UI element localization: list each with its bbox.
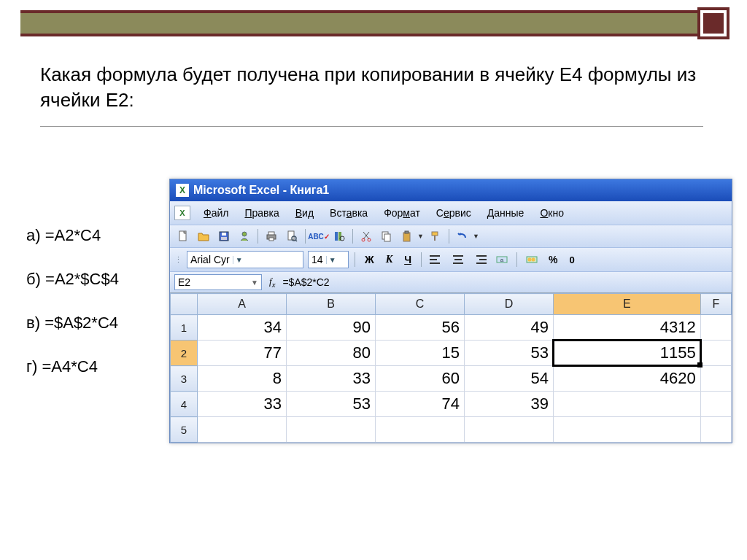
copy-button[interactable] <box>378 228 395 244</box>
cut-button[interactable] <box>357 228 375 244</box>
underline-button[interactable]: Ч <box>400 252 415 267</box>
column-header[interactable]: E <box>554 294 701 315</box>
row-header[interactable]: 2 <box>171 341 198 366</box>
save-button[interactable] <box>215 228 233 244</box>
italic-button[interactable]: К <box>382 252 397 267</box>
font-name-value: Arial Cyr <box>190 254 230 265</box>
cell[interactable]: 4312 <box>554 315 701 341</box>
toolbar-separator <box>421 252 422 267</box>
svg-rect-8 <box>288 231 294 240</box>
name-box[interactable]: E2 ▼ <box>174 274 262 290</box>
cell[interactable]: 74 <box>376 392 465 417</box>
cell[interactable] <box>700 417 731 443</box>
menu-edit[interactable]: Правка <box>237 204 286 222</box>
column-header[interactable]: F <box>700 294 731 315</box>
svg-rect-11 <box>335 232 338 241</box>
paste-dropdown-icon[interactable]: ▼ <box>417 233 424 240</box>
menu-tools[interactable]: Сервис <box>429 204 479 222</box>
cell[interactable]: 15 <box>376 341 465 366</box>
cell[interactable]: 33 <box>198 392 287 417</box>
font-name-combo[interactable]: Arial Cyr ▼ <box>187 251 303 268</box>
cell[interactable]: 34 <box>198 315 287 341</box>
row-header[interactable]: 1 <box>171 315 198 341</box>
undo-dropdown-icon[interactable]: ▼ <box>473 233 479 240</box>
comma-style-button[interactable]: 0 <box>565 253 578 267</box>
bold-button[interactable]: Ж <box>361 252 378 267</box>
select-all-corner[interactable] <box>171 294 198 315</box>
fx-icon[interactable]: fx <box>269 276 275 289</box>
font-size-combo[interactable]: 14 ▼ <box>308 251 349 268</box>
toolbar-separator <box>258 229 258 244</box>
print-preview-button[interactable] <box>283 228 301 244</box>
menu-data[interactable]: Данные <box>480 204 532 222</box>
menu-insert[interactable]: Вставка <box>322 204 375 222</box>
svg-rect-23 <box>434 236 436 241</box>
menu-file[interactable]: Файл <box>196 204 236 222</box>
cell[interactable]: 54 <box>465 366 554 392</box>
chevron-down-icon: ▼ <box>251 279 258 287</box>
cell[interactable] <box>700 366 731 392</box>
cell[interactable] <box>198 417 287 443</box>
undo-button[interactable] <box>454 228 471 244</box>
cell[interactable]: 56 <box>376 315 465 341</box>
titlebar[interactable]: X Microsoft Excel - Книга1 <box>170 179 732 201</box>
print-button[interactable] <box>263 228 280 244</box>
merge-center-button[interactable]: a <box>493 252 511 268</box>
svg-rect-3 <box>221 237 227 240</box>
cell[interactable] <box>700 315 731 341</box>
formula-input[interactable]: =$A$2*C2 <box>282 276 329 288</box>
titlebar-text: Microsoft Excel - Книга1 <box>193 184 329 197</box>
cell[interactable]: 53 <box>287 392 376 417</box>
cell[interactable]: 49 <box>465 315 554 341</box>
percent-button[interactable]: % <box>545 252 561 267</box>
row-header[interactable]: 3 <box>171 366 198 392</box>
spellcheck-button[interactable]: ABC✓ <box>310 228 328 244</box>
cell[interactable]: 80 <box>287 341 376 366</box>
cell[interactable]: 8 <box>198 366 287 392</box>
slide-top-border <box>20 10 727 36</box>
row-header[interactable]: 4 <box>171 392 198 417</box>
excel-doc-icon[interactable]: X <box>174 206 190 220</box>
cell[interactable] <box>376 417 465 443</box>
menu-window[interactable]: Окно <box>533 204 571 222</box>
cell[interactable] <box>465 417 554 443</box>
column-header[interactable]: C <box>376 294 465 315</box>
formula-bar: E2 ▼ fx =$A$2*C2 <box>170 271 732 292</box>
align-left-button[interactable] <box>427 252 445 268</box>
cell[interactable]: 39 <box>465 392 554 417</box>
open-file-button[interactable] <box>195 228 212 244</box>
cell[interactable]: 90 <box>287 315 376 341</box>
paste-button[interactable] <box>398 228 416 244</box>
cell[interactable]: 4620 <box>554 366 701 392</box>
research-button[interactable] <box>330 228 348 244</box>
cell[interactable] <box>287 417 376 443</box>
row-header[interactable]: 5 <box>171 417 198 443</box>
svg-text:a: a <box>500 257 504 263</box>
column-header-row: A B C D E F <box>171 294 732 315</box>
align-center-button[interactable] <box>449 252 467 268</box>
menu-view[interactable]: Вид <box>288 204 321 222</box>
table-row: 4 33 53 74 39 <box>171 392 732 417</box>
cell[interactable]: 60 <box>376 366 465 392</box>
cell[interactable] <box>700 341 731 366</box>
format-painter-button[interactable] <box>427 228 444 244</box>
cell-selected[interactable]: 1155 <box>554 341 701 366</box>
cell[interactable] <box>554 392 701 417</box>
svg-point-4 <box>242 232 247 236</box>
column-header[interactable]: A <box>198 294 287 315</box>
cell[interactable] <box>554 417 701 443</box>
cell[interactable]: 53 <box>465 341 554 366</box>
column-header[interactable]: D <box>465 294 554 315</box>
cell[interactable] <box>700 392 731 417</box>
svg-line-10 <box>295 240 297 241</box>
column-header[interactable]: B <box>287 294 376 315</box>
menu-format[interactable]: Формат <box>376 204 427 222</box>
spreadsheet-grid[interactable]: A B C D E F 1 34 90 56 49 4312 2 77 80 1… <box>170 292 732 443</box>
svg-point-28 <box>532 258 535 262</box>
new-file-button[interactable] <box>174 228 192 244</box>
cell[interactable]: 77 <box>198 341 287 366</box>
permissions-button[interactable] <box>236 228 253 244</box>
cell[interactable]: 33 <box>287 366 376 392</box>
align-right-button[interactable] <box>471 252 489 268</box>
currency-button[interactable] <box>523 252 541 268</box>
